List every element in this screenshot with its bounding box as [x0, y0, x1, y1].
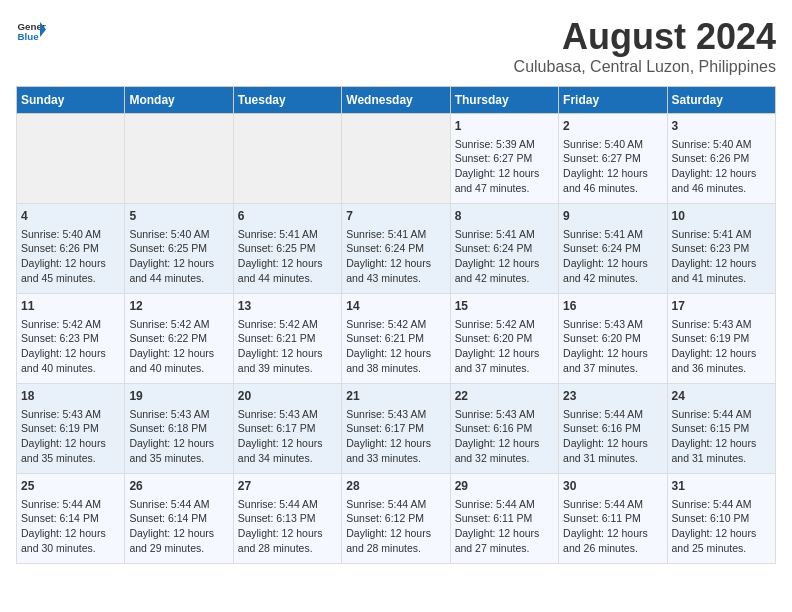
calendar-cell: 22Sunrise: 5:43 AMSunset: 6:16 PMDayligh…	[450, 384, 558, 474]
header-thursday: Thursday	[450, 87, 558, 114]
day-content: Sunrise: 5:41 AM	[563, 227, 662, 242]
day-number: 10	[672, 208, 771, 225]
day-content: Sunrise: 5:43 AM	[672, 317, 771, 332]
day-content: Sunrise: 5:44 AM	[672, 407, 771, 422]
day-content: Daylight: 12 hours	[346, 256, 445, 271]
day-content: Daylight: 12 hours	[455, 526, 554, 541]
day-content: Daylight: 12 hours	[238, 346, 337, 361]
calendar-cell: 25Sunrise: 5:44 AMSunset: 6:14 PMDayligh…	[17, 474, 125, 564]
day-content: Sunrise: 5:44 AM	[455, 497, 554, 512]
day-content: Daylight: 12 hours	[129, 346, 228, 361]
day-content: Sunrise: 5:42 AM	[238, 317, 337, 332]
day-content: Sunset: 6:22 PM	[129, 331, 228, 346]
calendar-cell: 26Sunrise: 5:44 AMSunset: 6:14 PMDayligh…	[125, 474, 233, 564]
day-content: Daylight: 12 hours	[346, 436, 445, 451]
day-content: and 28 minutes.	[238, 541, 337, 556]
day-content: and 38 minutes.	[346, 361, 445, 376]
calendar-cell: 21Sunrise: 5:43 AMSunset: 6:17 PMDayligh…	[342, 384, 450, 474]
day-content: Daylight: 12 hours	[563, 526, 662, 541]
calendar-cell: 1Sunrise: 5:39 AMSunset: 6:27 PMDaylight…	[450, 114, 558, 204]
day-number: 7	[346, 208, 445, 225]
page-header: General Blue August 2024 Culubasa, Centr…	[16, 16, 776, 76]
calendar-cell: 31Sunrise: 5:44 AMSunset: 6:10 PMDayligh…	[667, 474, 775, 564]
day-number: 31	[672, 478, 771, 495]
calendar-table: SundayMondayTuesdayWednesdayThursdayFrid…	[16, 86, 776, 564]
day-content: and 36 minutes.	[672, 361, 771, 376]
calendar-cell: 10Sunrise: 5:41 AMSunset: 6:23 PMDayligh…	[667, 204, 775, 294]
calendar-cell	[233, 114, 341, 204]
day-content: and 28 minutes.	[346, 541, 445, 556]
day-content: Sunrise: 5:44 AM	[563, 407, 662, 422]
calendar-week-4: 18Sunrise: 5:43 AMSunset: 6:19 PMDayligh…	[17, 384, 776, 474]
day-content: and 46 minutes.	[672, 181, 771, 196]
day-content: and 41 minutes.	[672, 271, 771, 286]
day-content: Sunrise: 5:44 AM	[672, 497, 771, 512]
calendar-cell: 7Sunrise: 5:41 AMSunset: 6:24 PMDaylight…	[342, 204, 450, 294]
day-content: Sunrise: 5:43 AM	[563, 317, 662, 332]
day-content: Daylight: 12 hours	[563, 346, 662, 361]
calendar-week-2: 4Sunrise: 5:40 AMSunset: 6:26 PMDaylight…	[17, 204, 776, 294]
day-content: Daylight: 12 hours	[21, 526, 120, 541]
day-number: 30	[563, 478, 662, 495]
calendar-cell: 17Sunrise: 5:43 AMSunset: 6:19 PMDayligh…	[667, 294, 775, 384]
day-content: Daylight: 12 hours	[238, 436, 337, 451]
day-content: Sunset: 6:11 PM	[563, 511, 662, 526]
logo-icon: General Blue	[16, 16, 46, 46]
day-content: and 40 minutes.	[21, 361, 120, 376]
day-content: and 30 minutes.	[21, 541, 120, 556]
day-content: Daylight: 12 hours	[672, 436, 771, 451]
calendar-cell: 18Sunrise: 5:43 AMSunset: 6:19 PMDayligh…	[17, 384, 125, 474]
calendar-cell: 28Sunrise: 5:44 AMSunset: 6:12 PMDayligh…	[342, 474, 450, 564]
calendar-cell: 24Sunrise: 5:44 AMSunset: 6:15 PMDayligh…	[667, 384, 775, 474]
day-content: Sunrise: 5:41 AM	[455, 227, 554, 242]
calendar-header-row: SundayMondayTuesdayWednesdayThursdayFrid…	[17, 87, 776, 114]
day-content: Sunset: 6:23 PM	[21, 331, 120, 346]
day-content: and 32 minutes.	[455, 451, 554, 466]
day-content: Sunset: 6:19 PM	[672, 331, 771, 346]
day-content: Daylight: 12 hours	[238, 256, 337, 271]
day-content: Sunrise: 5:43 AM	[346, 407, 445, 422]
calendar-cell: 3Sunrise: 5:40 AMSunset: 6:26 PMDaylight…	[667, 114, 775, 204]
day-content: Sunset: 6:24 PM	[455, 241, 554, 256]
day-content: Sunset: 6:25 PM	[238, 241, 337, 256]
day-content: Sunset: 6:13 PM	[238, 511, 337, 526]
day-number: 20	[238, 388, 337, 405]
day-content: and 25 minutes.	[672, 541, 771, 556]
day-content: Sunset: 6:11 PM	[455, 511, 554, 526]
calendar-cell: 14Sunrise: 5:42 AMSunset: 6:21 PMDayligh…	[342, 294, 450, 384]
day-content: Sunset: 6:17 PM	[238, 421, 337, 436]
day-content: Sunrise: 5:41 AM	[672, 227, 771, 242]
calendar-cell: 16Sunrise: 5:43 AMSunset: 6:20 PMDayligh…	[559, 294, 667, 384]
day-content: and 31 minutes.	[672, 451, 771, 466]
day-content: Daylight: 12 hours	[672, 346, 771, 361]
day-number: 23	[563, 388, 662, 405]
day-content: Sunrise: 5:39 AM	[455, 137, 554, 152]
header-friday: Friday	[559, 87, 667, 114]
day-content: and 42 minutes.	[455, 271, 554, 286]
day-content: Sunrise: 5:44 AM	[563, 497, 662, 512]
day-number: 5	[129, 208, 228, 225]
day-number: 15	[455, 298, 554, 315]
day-content: Sunset: 6:23 PM	[672, 241, 771, 256]
day-content: and 40 minutes.	[129, 361, 228, 376]
day-content: Daylight: 12 hours	[455, 436, 554, 451]
calendar-cell	[125, 114, 233, 204]
day-content: and 26 minutes.	[563, 541, 662, 556]
calendar-cell: 15Sunrise: 5:42 AMSunset: 6:20 PMDayligh…	[450, 294, 558, 384]
day-content: Daylight: 12 hours	[129, 256, 228, 271]
day-content: Sunset: 6:20 PM	[455, 331, 554, 346]
day-content: and 27 minutes.	[455, 541, 554, 556]
day-content: Sunset: 6:27 PM	[455, 151, 554, 166]
day-content: and 46 minutes.	[563, 181, 662, 196]
day-number: 26	[129, 478, 228, 495]
calendar-cell: 20Sunrise: 5:43 AMSunset: 6:17 PMDayligh…	[233, 384, 341, 474]
day-content: Sunrise: 5:43 AM	[21, 407, 120, 422]
day-number: 3	[672, 118, 771, 135]
calendar-cell: 8Sunrise: 5:41 AMSunset: 6:24 PMDaylight…	[450, 204, 558, 294]
day-number: 1	[455, 118, 554, 135]
day-content: Sunrise: 5:40 AM	[563, 137, 662, 152]
calendar-week-3: 11Sunrise: 5:42 AMSunset: 6:23 PMDayligh…	[17, 294, 776, 384]
day-content: Sunset: 6:15 PM	[672, 421, 771, 436]
day-number: 17	[672, 298, 771, 315]
day-content: Sunset: 6:25 PM	[129, 241, 228, 256]
